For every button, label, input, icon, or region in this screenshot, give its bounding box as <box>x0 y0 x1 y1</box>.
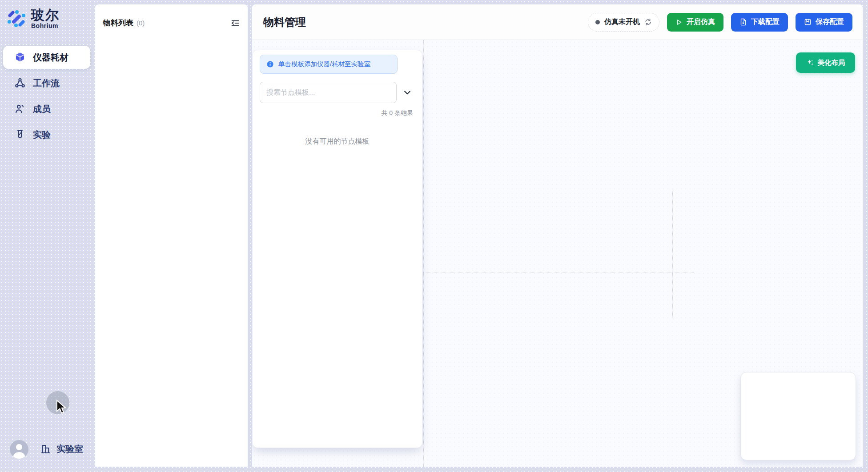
sidebar-item-label: 实验 <box>33 129 51 141</box>
tip-banner: 单击模板添加仪器/耗材至实验室 <box>260 55 398 74</box>
materials-list-count: (0) <box>137 19 145 27</box>
start-simulation-button[interactable]: 开启仿真 <box>667 13 723 32</box>
sidebar-item-label: 工作流 <box>33 77 60 89</box>
search-template-input[interactable] <box>260 82 397 103</box>
simulation-status-pill[interactable]: 仿真未开机 <box>588 13 659 32</box>
collapse-panel-icon[interactable] <box>230 18 240 28</box>
beautify-layout-button[interactable]: 美化布局 <box>796 52 855 73</box>
lab-link[interactable]: 实验室 <box>40 443 83 455</box>
experiment-icon <box>14 129 26 140</box>
main-header: 物料管理 仿真未开机 <box>252 4 863 40</box>
download-config-button[interactable]: 下载配置 <box>731 13 788 32</box>
members-icon <box>14 103 26 115</box>
play-icon <box>675 19 683 26</box>
sparkles-icon <box>806 59 814 67</box>
save-config-button[interactable]: 保存配置 <box>796 13 852 32</box>
result-count: 共 0 条结果 <box>260 109 415 117</box>
brand-name-en: Bohrium <box>31 22 60 29</box>
mouse-cursor <box>56 400 67 415</box>
main-area: 物料管理 仿真未开机 <box>252 4 863 467</box>
materials-list-panel: 物料列表 (0) <box>95 4 248 467</box>
materials-list-title: 物料列表 <box>103 18 133 28</box>
building-icon <box>40 444 51 455</box>
user-avatar[interactable] <box>10 440 28 459</box>
sidebar-nav: 仪器耗材 工作流 成员 <box>3 46 90 146</box>
sidebar-item-workflow[interactable]: 工作流 <box>3 72 90 95</box>
canvas-guide-line <box>423 272 694 272</box>
cube-icon <box>14 52 26 63</box>
status-dot-icon <box>595 20 600 24</box>
bohrium-logo-icon <box>6 8 27 29</box>
sidebar-item-label: 成员 <box>33 103 51 115</box>
refresh-icon[interactable] <box>644 18 652 26</box>
flow-canvas[interactable]: 单击模板添加仪器/耗材至实验室 共 0 条结果 没有可用的节点模板 <box>252 40 863 467</box>
file-download-icon <box>739 18 747 26</box>
template-panel: 单击模板添加仪器/耗材至实验室 共 0 条结果 没有可用的节点模板 <box>252 50 422 448</box>
brand-logo: 玻尔 Bohrium <box>6 8 60 29</box>
empty-state-text: 没有可用的节点模板 <box>260 137 415 146</box>
tip-text: 单击模板添加仪器/耗材至实验室 <box>278 60 370 68</box>
sidebar-item-experiment[interactable]: 实验 <box>3 123 90 146</box>
canvas-guide-line <box>423 40 424 467</box>
brand-name-zh: 玻尔 <box>31 8 60 22</box>
sidebar-item-members[interactable]: 成员 <box>3 97 90 120</box>
chevron-down-icon[interactable] <box>403 88 412 97</box>
info-icon <box>266 60 274 68</box>
sidebar-footer: 实验室 <box>0 438 95 462</box>
sidebar-item-instruments[interactable]: 仪器耗材 <box>3 46 90 69</box>
workflow-icon <box>14 77 26 89</box>
sidebar: 玻尔 Bohrium 仪器耗材 <box>0 0 95 472</box>
sidebar-item-label: 仪器耗材 <box>33 52 68 64</box>
page-title: 物料管理 <box>263 15 306 29</box>
lab-label: 实验室 <box>56 443 83 455</box>
simulation-status-label: 仿真未开机 <box>604 17 640 27</box>
canvas-minimap[interactable] <box>740 372 856 460</box>
canvas-guide-line <box>672 189 673 319</box>
save-icon <box>804 18 812 26</box>
